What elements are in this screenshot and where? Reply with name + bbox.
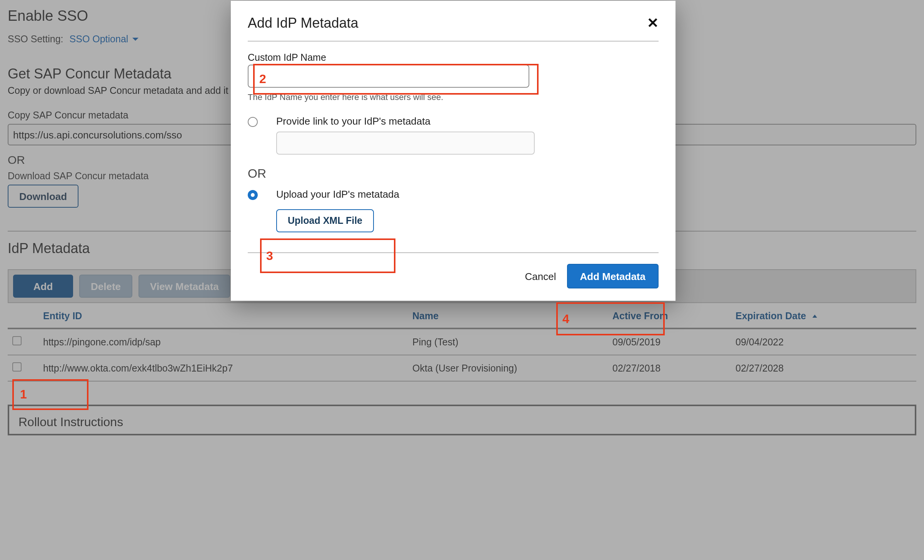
radio-provide-link[interactable]: [248, 117, 258, 127]
or-label-modal: OR: [248, 167, 659, 181]
modal-title: Add IdP Metadata: [248, 15, 359, 31]
add-metadata-button[interactable]: Add Metadata: [567, 264, 659, 288]
custom-idp-name-input[interactable]: [248, 65, 529, 88]
upload-label: Upload your IdP's metatada: [276, 188, 659, 200]
modal-divider: [248, 41, 659, 42]
custom-idp-name-hint: The IdP Name you enter here is what user…: [248, 92, 659, 102]
close-icon[interactable]: ✕: [647, 15, 659, 32]
add-idp-modal: Add IdP Metadata ✕ Custom IdP Name The I…: [231, 1, 675, 301]
custom-idp-name-label: Custom IdP Name: [248, 52, 659, 63]
radio-upload[interactable]: [248, 190, 258, 200]
modal-footer-divider: [248, 252, 659, 253]
idp-link-input[interactable]: [276, 132, 535, 155]
provide-link-label: Provide link to your IdP's metadata: [276, 115, 659, 127]
cancel-button[interactable]: Cancel: [525, 270, 556, 282]
upload-xml-button[interactable]: Upload XML File: [276, 209, 374, 232]
